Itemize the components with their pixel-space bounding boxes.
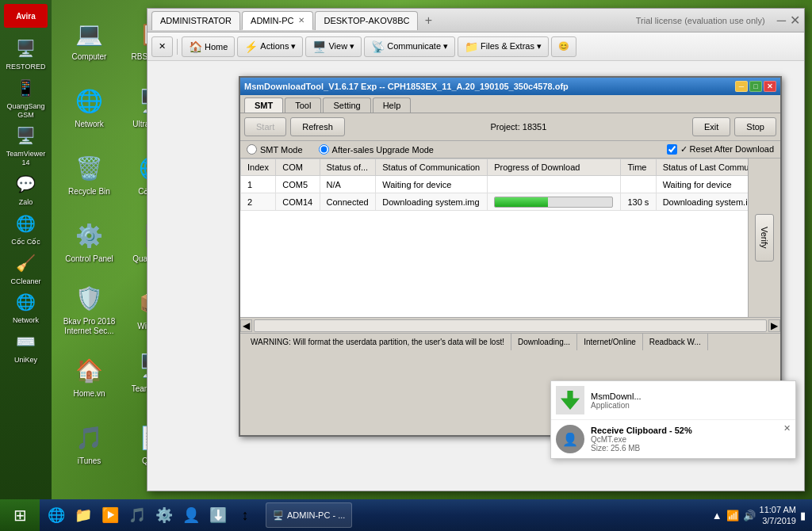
sidebar-item-zalo[interactable]: 💬 Zalo bbox=[2, 171, 50, 207]
system-tray: ▲ 📶 🔊 11:07 AM 3/7/2019 ▮ bbox=[706, 504, 812, 527]
after-sales-radio[interactable]: After-sales Upgrade Mode bbox=[319, 144, 434, 155]
start-button[interactable]: ⊞ bbox=[0, 499, 40, 531]
sidebar-item-unikey[interactable]: ⌨️ UniKey bbox=[2, 329, 50, 365]
taskbar-download-icon[interactable]: ⬇️ bbox=[205, 502, 231, 528]
reset-checkbox-label[interactable]: ✓ Reset After Download bbox=[667, 144, 774, 155]
cell-com-0: COM5 bbox=[276, 176, 320, 193]
taskbar-user-icon[interactable]: 👤 bbox=[178, 502, 204, 528]
verify-panel: Verify bbox=[748, 159, 780, 317]
tab-desktop[interactable]: DESKTOP-AKOV8BC bbox=[315, 11, 418, 30]
taskbar-transfer-icon[interactable]: ↕️ bbox=[232, 502, 258, 528]
teamviewer-label: TeamViewer 14 bbox=[2, 150, 50, 167]
col-com: COM bbox=[276, 159, 320, 176]
download-item-info: MsmDownl... Application bbox=[591, 392, 642, 410]
sidebar-item-quangsang-gsm[interactable]: 📱 QuangSang GSM bbox=[2, 75, 50, 120]
close-icon: ✕ bbox=[159, 41, 166, 52]
msm-maximize-btn[interactable]: □ bbox=[749, 81, 762, 92]
start-button[interactable]: Start bbox=[244, 117, 286, 136]
desktop-icon-network[interactable]: 🌐 Network bbox=[59, 75, 119, 139]
sidebar-item-ccleaner[interactable]: 🧹 CCleaner bbox=[2, 250, 50, 286]
system-clock[interactable]: 11:07 AM 3/7/2019 bbox=[760, 504, 796, 527]
msm-minimize-btn[interactable]: ─ bbox=[735, 81, 748, 92]
tray-volume-icon[interactable]: 🔊 bbox=[743, 510, 756, 521]
msm-tab-tool[interactable]: Tool bbox=[285, 97, 321, 113]
files-label: Files & Extras ▾ bbox=[481, 41, 542, 52]
download-item-row: MsmDownl... Application bbox=[551, 381, 795, 420]
files-extras-button[interactable]: 📁 Files & Extras ▾ bbox=[458, 36, 549, 57]
home-button[interactable]: 🏠 Home bbox=[182, 36, 235, 57]
msm-scrollbar-area[interactable]: ◀ ▶ bbox=[240, 317, 780, 333]
browser-minimize[interactable]: ─ bbox=[777, 13, 786, 28]
notif-close-btn[interactable]: ✕ bbox=[783, 423, 791, 434]
separator-1 bbox=[177, 39, 178, 55]
col-communication: Status of Communication bbox=[376, 159, 488, 176]
verify-button[interactable]: Verify bbox=[755, 214, 774, 262]
actions-button[interactable]: ⚡ Actions ▾ bbox=[237, 36, 303, 57]
taskbar-media-icon[interactable]: ▶️ bbox=[98, 502, 123, 528]
tray-arrow-icon[interactable]: ▲ bbox=[712, 510, 722, 521]
taskbar-settings-icon[interactable]: ⚙️ bbox=[151, 502, 177, 528]
taskbar-music-icon[interactable]: 🎵 bbox=[124, 502, 150, 528]
browser-title-bar: ADMINISTRATOR ADMIN-PC ✕ DESKTOP-AKOV8BC… bbox=[147, 9, 804, 32]
after-sales-input[interactable] bbox=[319, 144, 329, 155]
taskbar-ie-icon[interactable]: 🌐 bbox=[44, 502, 69, 528]
show-desktop-icon[interactable]: ▮ bbox=[800, 510, 806, 521]
recycle-bin-label: Recycle Bin bbox=[68, 187, 110, 197]
stop-button[interactable]: Stop bbox=[734, 117, 776, 136]
notif-app: QcMT.exe bbox=[591, 435, 692, 444]
sidebar-item-teamviewer[interactable]: 🖥️ TeamViewer 14 bbox=[2, 123, 50, 167]
view-button[interactable]: 🖥️ View ▾ bbox=[305, 36, 362, 57]
download-arrow-icon bbox=[561, 391, 580, 410]
bkav-icon: 🛡️ bbox=[74, 283, 105, 315]
msm-close-btn[interactable]: ✕ bbox=[764, 81, 776, 92]
desktop-icon-itunes[interactable]: 🎵 iTunes bbox=[59, 412, 119, 476]
smt-mode-radio[interactable]: SMT Mode bbox=[247, 144, 303, 155]
communicate-button[interactable]: 📡 Communicate ▾ bbox=[364, 36, 455, 57]
desktop-icon-homevn[interactable]: 🏠 Home.vn bbox=[59, 345, 119, 408]
col-progress: Progress of Download bbox=[488, 159, 621, 176]
msm-table-body: 1 COM5 N/A Waiting for device Waiting fo… bbox=[241, 176, 780, 211]
cell-com-1: COM14 bbox=[276, 193, 320, 211]
browser-close[interactable]: ✕ bbox=[790, 13, 800, 28]
tray-network-icon[interactable]: 📶 bbox=[726, 510, 739, 521]
exit-button[interactable]: Exit bbox=[692, 117, 730, 136]
msm-tab-help[interactable]: Help bbox=[373, 97, 412, 113]
new-tab-button[interactable]: + bbox=[419, 12, 437, 29]
cell-index-1: 2 bbox=[241, 193, 276, 211]
msm-scrollbar[interactable] bbox=[254, 319, 767, 332]
sidebar-item-network[interactable]: 🌐 Network bbox=[2, 289, 50, 325]
msm-table: Index COM Status of... Status of Communi… bbox=[240, 159, 780, 211]
desktop-icon-bkav[interactable]: 🛡️ Bkav Pro 2018 Internet Sec... bbox=[59, 277, 119, 341]
smt-mode-input[interactable] bbox=[247, 144, 257, 155]
close-button[interactable]: ✕ bbox=[151, 36, 173, 57]
scroll-left-btn[interactable]: ◀ bbox=[240, 319, 252, 332]
teamviewer-icon: 🖥️ bbox=[13, 123, 39, 148]
scroll-right-btn[interactable]: ▶ bbox=[768, 319, 780, 332]
smiley-button[interactable]: 😊 bbox=[551, 36, 576, 57]
taskbar-explorer-icon[interactable]: 📁 bbox=[71, 502, 96, 528]
desktop-icon-computer[interactable]: 💻 Computer bbox=[59, 8, 119, 71]
quangsang-gsm-label: QuangSang GSM bbox=[2, 102, 50, 120]
lightning-icon: ⚡ bbox=[244, 40, 258, 53]
refresh-button[interactable]: Refresh bbox=[290, 117, 345, 136]
tab-admin-pc-close[interactable]: ✕ bbox=[298, 16, 304, 25]
sidebar-item-coc-coc[interactable]: 🌐 Cốc Cốc bbox=[2, 211, 50, 246]
notif-size: Size: 25.6 MB bbox=[591, 444, 692, 453]
tab-admin-pc[interactable]: ADMIN-PC ✕ bbox=[242, 11, 313, 30]
zalo-icon: 💬 bbox=[13, 171, 39, 197]
sidebar-item-restored[interactable]: 🖥️ RESTORED bbox=[2, 36, 50, 71]
reset-checkbox[interactable] bbox=[667, 144, 677, 155]
desktop-icon-control-panel[interactable]: ⚙️ Control Panel bbox=[59, 210, 119, 273]
tab-administrator-label: ADMINISTRATOR bbox=[160, 16, 232, 25]
network-icon: 🌐 bbox=[13, 289, 39, 315]
msm-tab-smt[interactable]: SMT bbox=[244, 97, 283, 113]
view-label: View ▾ bbox=[328, 41, 354, 52]
desktop-icon-recycle-bin[interactable]: 🗑️ Recycle Bin bbox=[59, 143, 119, 206]
taskbar-window-icon: 🖥️ bbox=[273, 510, 284, 521]
tab-administrator[interactable]: ADMINISTRATOR bbox=[151, 11, 240, 30]
msm-tab-setting[interactable]: Setting bbox=[323, 97, 370, 113]
taskbar-active-window[interactable]: 🖥️ ADMIN-PC - ... bbox=[266, 502, 352, 528]
bkav-label: Bkav Pro 2018 Internet Sec... bbox=[63, 317, 116, 336]
restored-label: RESTORED bbox=[6, 63, 46, 71]
ccleaner-icon: 🧹 bbox=[13, 250, 39, 276]
